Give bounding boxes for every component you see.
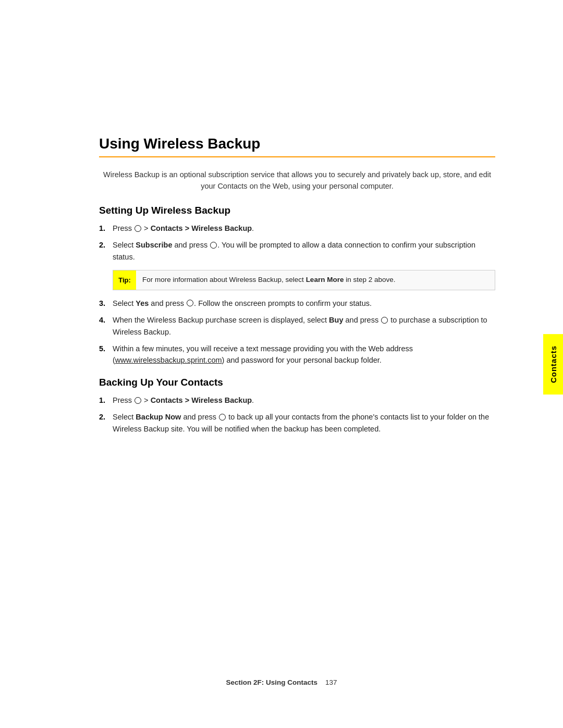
backup-step-2-content: Select Backup Now and press to back up a… xyxy=(113,411,495,435)
side-tab: Contacts xyxy=(543,334,563,394)
footer-section: Section 2F: Using Contacts xyxy=(226,678,317,686)
tip-label: Tip: xyxy=(113,270,136,289)
step-3-yes: Yes xyxy=(136,299,149,307)
page-container: Using Wireless Backup Wireless Backup is… xyxy=(0,0,563,728)
backup-step-2-bold: Backup Now xyxy=(136,413,181,421)
circle-icon-b1 xyxy=(134,397,141,404)
step-4-buy: Buy xyxy=(329,316,343,324)
tip-bold: Learn More xyxy=(306,276,344,283)
footer: Section 2F: Using Contacts 137 xyxy=(0,678,563,686)
setup-step-2: 2. Select Subscribe and press . You will… xyxy=(99,239,495,263)
step-1-content: Press > Contacts > Wireless Backup. xyxy=(113,223,495,234)
side-tab-label: Contacts xyxy=(549,345,558,382)
step-number-3: 3. xyxy=(99,298,113,309)
backup-step-1: 1. Press > Contacts > Wireless Backup. xyxy=(99,394,495,406)
chapter-title: Using Wireless Backup xyxy=(99,135,495,157)
intro-text: Wireless Backup is an optional subscript… xyxy=(99,169,495,192)
backup-step-2: 2. Select Backup Now and press to back u… xyxy=(99,411,495,435)
step-5-url: www.wirelessbackup.sprint.com xyxy=(115,356,222,364)
step-number-4: 4. xyxy=(99,314,113,326)
step-2-content: Select Subscribe and press . You will be… xyxy=(113,239,495,263)
setup-step-1: 1. Press > Contacts > Wireless Backup. xyxy=(99,223,495,234)
step-number-1: 1. xyxy=(99,223,113,234)
step-3-content: Select Yes and press . Follow the onscre… xyxy=(113,298,495,309)
backup-step-number-1: 1. xyxy=(99,394,113,406)
tip-text: For more information about Wireless Back… xyxy=(142,276,306,283)
tip-box: Tip: For more information about Wireless… xyxy=(113,270,495,290)
backup-step-number-2: 2. xyxy=(99,411,113,423)
circle-icon-1 xyxy=(134,225,141,232)
setup-step-4: 4. When the Wireless Backup purchase scr… xyxy=(99,314,495,338)
setup-step-3: 3. Select Yes and press . Follow the ons… xyxy=(99,298,495,309)
circle-icon-b2 xyxy=(219,414,226,421)
circle-icon-2 xyxy=(210,242,217,249)
circle-icon-3 xyxy=(187,300,193,306)
backup-step-1-content: Press > Contacts > Wireless Backup. xyxy=(113,394,495,406)
backup-step-1-bold: Contacts > Wireless Backup xyxy=(151,396,252,404)
section-backing-up-title: Backing Up Your Contacts xyxy=(99,377,495,388)
setup-step-5: 5. Within a few minutes, you will receiv… xyxy=(99,343,495,366)
circle-icon-4 xyxy=(381,317,388,324)
footer-page-number: 137 xyxy=(325,678,337,686)
setup-steps-list: 1. Press > Contacts > Wireless Backup. 2… xyxy=(99,223,495,263)
step-4-content: When the Wireless Backup purchase screen… xyxy=(113,314,495,338)
section-setting-up-title: Setting Up Wireless Backup xyxy=(99,205,495,216)
setup-steps-list-2: 3. Select Yes and press . Follow the ons… xyxy=(99,298,495,366)
step-1-bold: Contacts > Wireless Backup xyxy=(151,224,252,232)
step-number-2: 2. xyxy=(99,239,113,251)
tip-content: For more information about Wireless Back… xyxy=(136,270,401,289)
step-number-5: 5. xyxy=(99,343,113,354)
tip-text-after: in step 2 above. xyxy=(344,276,395,283)
step-5-content: Within a few minutes, you will receive a… xyxy=(113,343,495,366)
backup-steps-list: 1. Press > Contacts > Wireless Backup. 2… xyxy=(99,394,495,435)
step-2-bold: Subscribe xyxy=(136,241,172,249)
